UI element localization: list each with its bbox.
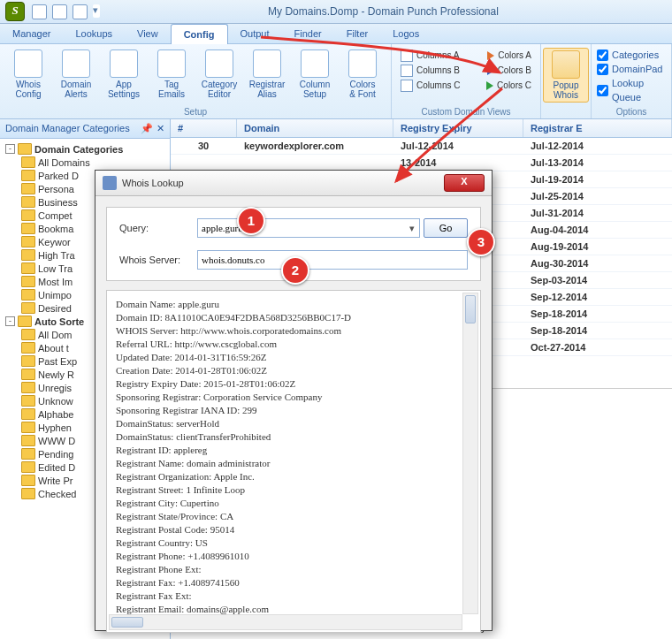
ribbon-group-label: Options — [597, 105, 666, 117]
chevron-down-icon[interactable]: ▾ — [93, 4, 100, 18]
callout-3: 3 — [467, 228, 495, 256]
ribbon-icon — [205, 49, 233, 78]
ribbon-btn-tag[interactable]: TagEmails — [149, 48, 195, 101]
menubar: Manager Lookups View Config Output Finde… — [0, 24, 672, 44]
ribbon-btn-colors[interactable]: Colors& Font — [340, 48, 386, 101]
option-lookup-queue[interactable]: Lookup Queue — [597, 76, 666, 104]
go-button[interactable]: Go — [424, 218, 468, 238]
ribbon-btn-category[interactable]: CategoryEditor — [196, 48, 242, 101]
whois-result-text[interactable]: Domain Name: apple.guruDomain ID: 8A1101… — [106, 290, 481, 633]
tree-item[interactable]: All Domains — [2, 156, 168, 169]
close-icon[interactable]: ✕ — [157, 123, 164, 134]
menu-finder[interactable]: Finder — [282, 24, 334, 43]
quick-access-toolbar: ▾ — [32, 4, 100, 19]
col-domain[interactable]: Domain — [237, 119, 393, 137]
ribbon-icon — [253, 49, 281, 78]
window-title: My Domains.Domp - Domain Punch Professio… — [100, 5, 667, 18]
server-label: Whois Server: — [119, 255, 188, 265]
titlebar: S ▾ My Domains.Domp - Domain Punch Profe… — [0, 0, 672, 24]
menu-manager[interactable]: Manager — [0, 24, 63, 43]
ribbon-group-label: Setup — [5, 105, 386, 117]
whois-server-input[interactable] — [197, 250, 468, 270]
chevron-down-icon[interactable]: ▾ — [409, 223, 415, 234]
ribbon-btn-registrar[interactable]: RegistrarAlias — [244, 48, 290, 101]
grid-header: # Domain Registry Expiry Registrar E — [171, 119, 672, 138]
columns-a-button[interactable]: Columns AColors A — [397, 48, 535, 63]
ribbon: WhoisConfigDomainAlertsAppSettingsTagEma… — [0, 44, 672, 119]
whois-lookup-dialog: Whois Lookup X Query: ▾ Go Whois Server:… — [95, 170, 493, 631]
ribbon-group-label: Custom Domain Views — [397, 105, 535, 117]
dialog-titlebar[interactable]: Whois Lookup X — [95, 171, 492, 196]
ribbon-group-options: Categories DomainPad Lookup Queue Option… — [592, 44, 672, 118]
vertical-scrollbar[interactable] — [462, 293, 478, 614]
menu-logos[interactable]: Logos — [380, 24, 431, 43]
magnifier-person-icon — [552, 50, 580, 79]
col-registrar-expiry[interactable]: Registrar E — [523, 119, 672, 137]
sidebar-title: Domain Manager Categories 📌 ✕ — [0, 119, 170, 139]
popup-whois-button[interactable]: PopupWhois — [541, 44, 592, 118]
ribbon-group-setup: WhoisConfigDomainAlertsAppSettingsTagEma… — [0, 44, 392, 118]
col-registry-expiry[interactable]: Registry Expiry — [393, 119, 523, 137]
col-number[interactable]: # — [171, 119, 237, 137]
table-row[interactable]: 30keywordexplorer.comJul-12-2014Jul-12-2… — [171, 138, 672, 155]
ribbon-btn-whois[interactable]: WhoisConfig — [5, 48, 51, 101]
menu-lookups[interactable]: Lookups — [63, 24, 125, 43]
app-logo-icon: S — [5, 2, 25, 21]
ribbon-btn-domain[interactable]: DomainAlerts — [53, 48, 99, 101]
columns-c-button[interactable]: Columns CColors C — [397, 78, 535, 93]
option-categories[interactable]: Categories — [597, 48, 666, 62]
columns-b-button[interactable]: Columns BColors B — [397, 63, 535, 78]
query-input[interactable] — [197, 218, 420, 238]
ribbon-icon — [14, 49, 42, 78]
qat-open-icon[interactable] — [52, 4, 67, 19]
menu-view[interactable]: View — [125, 24, 171, 43]
menu-filter[interactable]: Filter — [334, 24, 380, 43]
ribbon-icon — [62, 49, 90, 78]
menu-config[interactable]: Config — [171, 24, 228, 44]
ribbon-btn-app[interactable]: AppSettings — [101, 48, 147, 101]
ribbon-icon — [301, 49, 329, 78]
ribbon-icon — [348, 49, 377, 78]
dialog-title: Whois Lookup — [122, 178, 184, 188]
qat-print-icon[interactable] — [73, 4, 88, 19]
callout-1: 1 — [237, 207, 265, 235]
ribbon-group-custom-views: Columns AColors A Columns BColors B Colu… — [392, 44, 541, 118]
option-domainpad[interactable]: DomainPad — [597, 62, 666, 76]
ribbon-icon — [157, 49, 186, 78]
horizontal-scrollbar[interactable] — [109, 614, 462, 630]
callout-2: 2 — [281, 256, 309, 285]
ribbon-btn-column[interactable]: ColumnSetup — [292, 48, 338, 101]
pin-icon[interactable]: 📌 — [141, 123, 153, 134]
dialog-icon — [103, 176, 117, 190]
menu-output[interactable]: Output — [228, 24, 282, 43]
qat-save-icon[interactable] — [32, 4, 47, 19]
query-label: Query: — [119, 223, 188, 233]
tree-root-domain-categories[interactable]: -Domain Categories — [2, 142, 168, 156]
ribbon-icon — [110, 49, 138, 78]
dialog-close-button[interactable]: X — [444, 174, 485, 192]
